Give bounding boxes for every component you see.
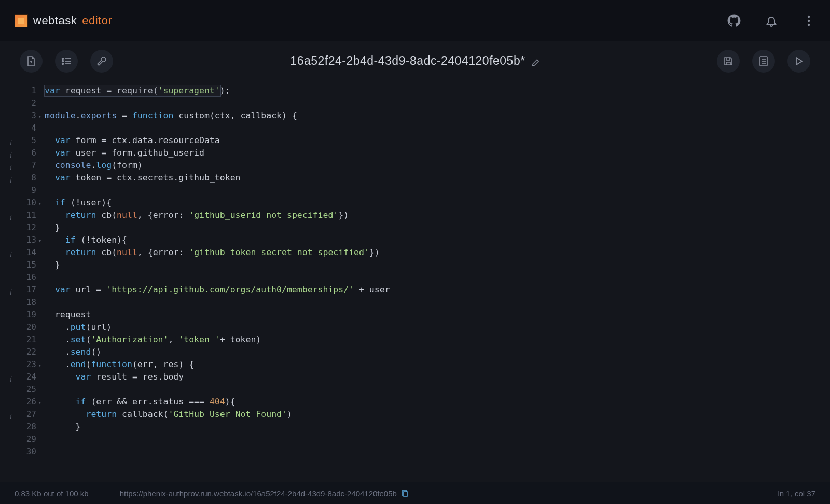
- info-icon[interactable]: i: [5, 162, 12, 169]
- logs-button[interactable]: [752, 50, 775, 73]
- gutter-line: 13▾: [0, 234, 36, 246]
- code-line[interactable]: return cb(null, {error: 'github_token se…: [45, 246, 830, 259]
- wrench-button[interactable]: [90, 50, 113, 73]
- list-button[interactable]: [55, 50, 78, 73]
- new-file-button[interactable]: [20, 50, 43, 73]
- header-actions: [727, 14, 815, 27]
- gutter-line: 29: [0, 433, 36, 445]
- svg-point-1: [808, 20, 810, 22]
- pencil-icon[interactable]: [532, 59, 540, 67]
- code-line[interactable]: .put(url): [45, 321, 830, 333]
- gutter-line: 11i: [0, 209, 36, 221]
- code-line[interactable]: var url = 'https://api.github.com/orgs/a…: [45, 284, 830, 296]
- info-icon[interactable]: i: [5, 137, 12, 144]
- toolbar-left: [20, 50, 113, 73]
- code-line[interactable]: [45, 122, 830, 134]
- info-icon[interactable]: i: [5, 149, 12, 156]
- code-line[interactable]: [45, 97, 830, 109]
- code-line[interactable]: return callback('GitHub User Not Found'): [45, 408, 830, 421]
- code-line[interactable]: [45, 383, 830, 396]
- status-url-text: https://phenix-authprov.run.webtask.io/1…: [120, 489, 397, 498]
- gutter-line: 22: [0, 346, 36, 358]
- gutter-line: 18: [0, 296, 36, 309]
- code-editor[interactable]: 123▾45i6i7i8i910▾11i1213▾14i151617i18192…: [0, 80, 830, 482]
- info-icon[interactable]: i: [5, 286, 12, 293]
- gutter-line: 26▾: [0, 396, 36, 408]
- status-bar: 0.83 Kb out of 100 kb https://phenix-aut…: [0, 482, 830, 504]
- code-line[interactable]: if (!user){: [45, 197, 830, 209]
- status-size: 0.83 Kb out of 100 kb: [15, 489, 89, 498]
- file-name: 16a52f24-2b4d-43d9-8adc-2404120fe05b*: [290, 54, 525, 68]
- code-line[interactable]: return cb(null, {error: 'github_userid n…: [45, 209, 830, 221]
- gutter-line: 14i: [0, 246, 36, 259]
- gutter-line: 28: [0, 421, 36, 433]
- fold-icon[interactable]: ▾: [38, 110, 42, 123]
- gutter-line: 1: [0, 85, 36, 97]
- gutter-line: 25: [0, 383, 36, 396]
- code-line[interactable]: }: [45, 421, 830, 433]
- code-line[interactable]: var request = require('superagent');: [45, 85, 830, 97]
- info-icon[interactable]: i: [5, 212, 12, 218]
- info-icon[interactable]: i: [5, 249, 12, 256]
- code-line[interactable]: var token = ctx.secrets.github_token: [45, 172, 830, 184]
- run-button[interactable]: [787, 50, 810, 73]
- code-line[interactable]: [45, 445, 830, 458]
- gutter-line: 2: [0, 97, 36, 109]
- gutter-line: 10▾: [0, 197, 36, 209]
- gutter-line: 19: [0, 309, 36, 321]
- copy-icon[interactable]: [401, 489, 409, 497]
- menu-dots-icon[interactable]: [802, 14, 815, 27]
- file-title: 16a52f24-2b4d-43d9-8adc-2404120fe05b*: [290, 54, 540, 68]
- toolbar-right: [717, 50, 810, 73]
- fold-icon[interactable]: ▾: [38, 235, 42, 247]
- save-button[interactable]: [717, 50, 740, 73]
- code-line[interactable]: [45, 433, 830, 445]
- code-line[interactable]: module.exports = function custom(ctx, ca…: [45, 109, 830, 122]
- code-line[interactable]: .send(): [45, 346, 830, 358]
- gutter-line: 21: [0, 333, 36, 346]
- code-line[interactable]: }: [45, 221, 830, 234]
- code-line[interactable]: }: [45, 259, 830, 271]
- code-line[interactable]: [45, 184, 830, 197]
- gutter-line: 16: [0, 271, 36, 284]
- gutter-line: 20: [0, 321, 36, 333]
- github-icon[interactable]: [727, 14, 741, 27]
- info-icon[interactable]: i: [5, 411, 12, 417]
- svg-rect-13: [403, 492, 408, 496]
- gutter-line: 7i: [0, 159, 36, 172]
- code-line[interactable]: [45, 296, 830, 309]
- gutter-line: 12: [0, 221, 36, 234]
- info-icon[interactable]: i: [5, 373, 12, 380]
- brand-word-1: webtask: [33, 14, 77, 27]
- brand: webtask editor: [15, 14, 112, 27]
- code-line[interactable]: .set('Authorization', 'token '+ token): [45, 333, 830, 346]
- code-line[interactable]: request: [45, 309, 830, 321]
- code-line[interactable]: var form = ctx.data.resourceData: [45, 134, 830, 147]
- toolbar: 16a52f24-2b4d-43d9-8adc-2404120fe05b*: [0, 41, 830, 80]
- gutter-line: 17i: [0, 284, 36, 296]
- app-header: webtask editor: [0, 0, 830, 41]
- gutter: 123▾45i6i7i8i910▾11i1213▾14i151617i18192…: [0, 80, 43, 482]
- gutter-line: 5i: [0, 134, 36, 147]
- fold-icon[interactable]: ▾: [38, 359, 42, 372]
- code-line[interactable]: .end(function(err, res) {: [45, 358, 830, 371]
- fold-icon[interactable]: ▾: [38, 198, 42, 210]
- gutter-line: 6i: [0, 147, 36, 159]
- code-line[interactable]: [45, 271, 830, 284]
- code-area[interactable]: var request = require('superagent');modu…: [43, 80, 830, 482]
- code-line[interactable]: var user = form.github_userid: [45, 147, 830, 159]
- fold-icon[interactable]: ▾: [38, 397, 42, 409]
- gutter-line: 27i: [0, 408, 36, 421]
- info-icon[interactable]: i: [5, 174, 12, 181]
- svg-point-7: [62, 63, 64, 64]
- svg-point-3: [62, 58, 64, 59]
- bell-icon[interactable]: [765, 14, 778, 27]
- gutter-line: 23▾: [0, 358, 36, 371]
- code-line[interactable]: if (!token){: [45, 234, 830, 246]
- gutter-line: 15: [0, 259, 36, 271]
- gutter-line: 9: [0, 184, 36, 197]
- code-line[interactable]: var result = res.body: [45, 371, 830, 383]
- code-line[interactable]: if (err && err.status === 404){: [45, 396, 830, 408]
- svg-point-0: [808, 16, 810, 18]
- code-line[interactable]: console.log(form): [45, 159, 830, 172]
